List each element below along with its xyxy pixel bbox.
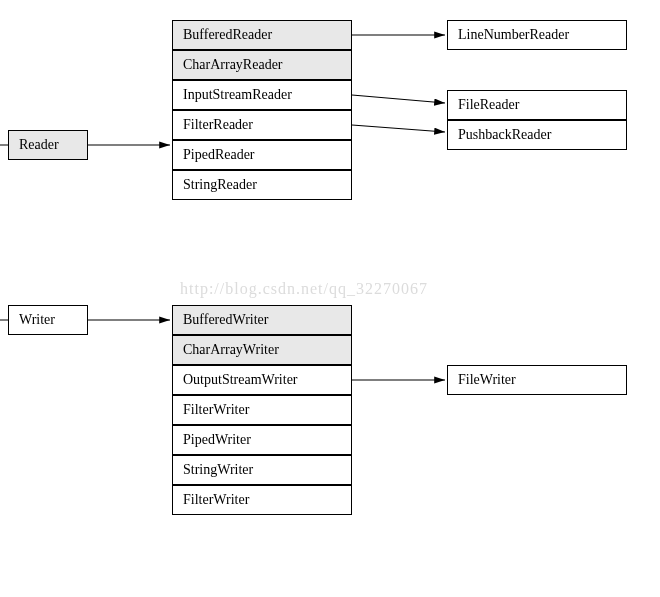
- reader-root: Reader: [8, 130, 88, 160]
- reader-child-stringreader: StringReader: [172, 170, 352, 200]
- reader-child-chararrayreader: CharArrayReader: [172, 50, 352, 80]
- reader-child-pipedreader: PipedReader: [172, 140, 352, 170]
- reader-child-inputstreamreader: InputStreamReader: [172, 80, 352, 110]
- reader-child-filterreader: FilterReader: [172, 110, 352, 140]
- reader-grand-pushbackreader: PushbackReader: [447, 120, 627, 150]
- writer-child-chararraywriter: CharArrayWriter: [172, 335, 352, 365]
- writer-root: Writer: [8, 305, 88, 335]
- writer-child-bufferedwriter: BufferedWriter: [172, 305, 352, 335]
- svg-line-2: [352, 95, 445, 103]
- reader-grand-filereader: FileReader: [447, 90, 627, 120]
- writer-child-pipedwriter: PipedWriter: [172, 425, 352, 455]
- reader-child-bufferedreader: BufferedReader: [172, 20, 352, 50]
- svg-line-3: [352, 125, 445, 132]
- reader-grand-linenumberreader: LineNumberReader: [447, 20, 627, 50]
- writer-child-filterwriter-2: FilterWriter: [172, 485, 352, 515]
- watermark-text: http://blog.csdn.net/qq_32270067: [180, 280, 428, 298]
- writer-child-filterwriter-1: FilterWriter: [172, 395, 352, 425]
- writer-grand-filewriter: FileWriter: [447, 365, 627, 395]
- writer-child-stringwriter: StringWriter: [172, 455, 352, 485]
- writer-child-outputstreamwriter: OutputStreamWriter: [172, 365, 352, 395]
